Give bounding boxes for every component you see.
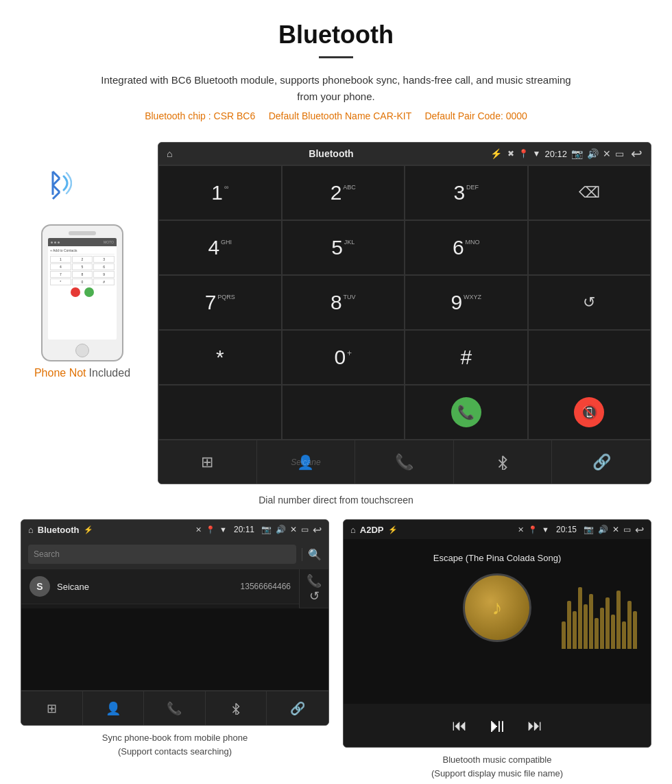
dial-bluetooth-icon[interactable] [454,440,553,484]
pb-grid-icon[interactable]: ⊞ [21,691,83,725]
phone-not-text: Phone Not [34,367,86,379]
dial-key-3[interactable]: 3DEF [405,165,528,220]
pb-call-side-icon[interactable]: 📞 [307,573,322,589]
pb-time: 20:11 [234,525,254,534]
bluetooth-status-icon: ✖ [507,149,514,158]
pb-search-bar: Search 🔍 [21,539,328,569]
eq-bar [578,587,582,649]
dial-key-0[interactable]: 0+ [282,330,405,385]
music-caption-line2: (Support display music file name) [431,767,563,781]
dial-key-8[interactable]: 8TUV [282,275,405,330]
dial-key-hash[interactable]: # [405,330,528,385]
eq-bar [562,621,566,649]
dial-call-green[interactable]: 📞 [405,385,528,440]
eq-bar [627,601,632,649]
spec-bt-name: Default Bluetooth Name CAR-KIT [269,110,411,121]
pb-close-icon[interactable]: ✕ [290,525,297,534]
pb-back-icon[interactable]: ↩ [313,523,322,536]
dial-key-2[interactable]: 2ABC [282,165,405,220]
pb-win-icon[interactable]: ▭ [301,525,309,534]
prev-track-button[interactable]: ⏮ [452,717,467,735]
music-controls: ⏮ ⏯ ⏭ [344,704,651,747]
music-camera-icon: 📷 [584,525,594,534]
dial-call-red[interactable]: 📵 [528,385,651,440]
pb-phone-icon[interactable]: 📞 [144,691,206,725]
play-pause-button[interactable]: ⏯ [488,714,507,737]
eq-bar [589,594,593,649]
music-album-art: ♪ [463,573,531,642]
pb-contact-initial: S [36,581,43,592]
phonebook-screen: ⌂ Bluetooth ⚡ ✕ 📍 ▼ 20:11 📷 🔊 ✕ ▭ ↩ Sear… [21,519,329,726]
dial-key-5[interactable]: 5JKL [282,220,405,275]
page-header: Bluetooth Integrated with BC6 Bluetooth … [0,0,672,142]
green-call-button[interactable]: 📞 [451,397,481,427]
music-note-icon: ♪ [492,596,503,619]
dial-grid-icon[interactable]: ⊞ [158,440,257,484]
next-track-button[interactable]: ⏭ [527,717,542,735]
dial-settings-icon[interactable]: 🔗 [552,440,651,484]
music-song-title: Escape (The Pina Colada Song) [433,553,561,563]
phone-area: MOTO + Add to Contacts 123 456 789 *0# [21,142,144,379]
dial-key-4[interactable]: 4GHI [158,220,282,275]
pb-search-input[interactable]: Search [28,545,296,564]
home-icon[interactable]: ⌂ [167,148,172,159]
pb-vol-icon: 🔊 [276,525,286,534]
pb-search-icon[interactable]: 🔍 [308,548,322,561]
dial-key-1[interactable]: 1∞ [158,165,282,220]
dial-phone-icon[interactable]: 📞 [355,440,454,484]
music-screen-title: A2DP [360,525,384,535]
music-close-icon[interactable]: ✕ [612,525,619,534]
dial-key-backspace[interactable]: ⌫ [528,165,651,220]
dial-empty-call-2 [282,385,405,440]
back-icon[interactable]: ↩ [631,145,643,162]
eq-bar [611,615,615,649]
dial-refresh[interactable]: ↺ [528,275,651,330]
music-back-icon[interactable]: ↩ [635,523,644,536]
subtitle-text: Integrated with BC6 Bluetooth module, su… [96,72,576,105]
dial-screen-container: ⌂ Bluetooth ⚡ ✖ 📍 ▼ 20:12 📷 🔊 ✕ ▭ ↩ [158,142,651,484]
status-time: 20:12 [544,149,567,159]
music-eq-bars [562,567,637,649]
eq-bar [622,621,626,649]
dial-key-6[interactable]: 6MNO [405,220,528,275]
spec-text: Bluetooth chip : CSR BC6 Default Bluetoo… [14,110,658,121]
dial-key-9[interactable]: 9WXYZ [405,275,528,330]
eq-bar [595,618,599,649]
main-content: MOTO + Add to Contacts 123 456 789 *0# [0,142,672,484]
music-caption: Bluetooth music compatible (Support disp… [431,753,563,780]
close-icon[interactable]: ✕ [603,148,611,159]
page-title: Bluetooth [14,21,658,49]
dial-screen-title: Bluetooth [178,148,484,159]
dial-key-star[interactable]: * [158,330,282,385]
music-win-icon[interactable]: ▭ [623,525,631,534]
eq-bar [584,604,588,649]
pb-bt-bottom-icon[interactable] [206,691,267,725]
phonebook-caption: Sync phone-book from mobile phone (Suppo… [102,731,248,758]
location-icon: 📍 [518,149,529,158]
eq-bar [573,611,577,649]
phone-included-text: Included [89,367,131,379]
pb-contact-row[interactable]: S Seicane 13566664466 [21,569,299,604]
pb-contact-number: 13566664466 [241,582,291,591]
dial-key-7[interactable]: 7PQRS [158,275,282,330]
pb-home-icon[interactable]: ⌂ [28,525,34,535]
pb-screen-title: Bluetooth [38,525,80,535]
header-divider [319,56,353,58]
pb-bt-icon: ✕ [195,525,202,534]
pb-contact-name: Seicane [57,582,89,592]
dial-grid: 1∞ 2ABC 3DEF ⌫ 4GHI 5JKL [158,165,651,440]
music-wifi-icon: ▼ [542,525,549,534]
dial-contacts-icon[interactable]: 👤 Seicane [257,440,356,484]
dial-screen: ⌂ Bluetooth ⚡ ✖ 📍 ▼ 20:12 📷 🔊 ✕ ▭ ↩ [158,142,651,484]
red-call-button[interactable]: 📵 [574,397,604,427]
pb-refresh-side-icon[interactable]: ↺ [309,589,320,604]
pb-link-icon[interactable]: 🔗 [267,691,328,725]
music-bt-icon: ✕ [518,525,524,534]
window-icon[interactable]: ▭ [615,148,624,159]
wifi-icon: ▼ [533,149,541,158]
pb-person-icon[interactable]: 👤 [83,691,145,725]
phonebook-caption-line2: (Support contacts searching) [102,745,248,759]
music-screen: ⌂ A2DP ⚡ ✕ 📍 ▼ 20:15 📷 🔊 ✕ ▭ ↩ Escape (T… [343,519,651,748]
phone-home-button [75,344,89,357]
music-home-icon[interactable]: ⌂ [350,525,356,535]
